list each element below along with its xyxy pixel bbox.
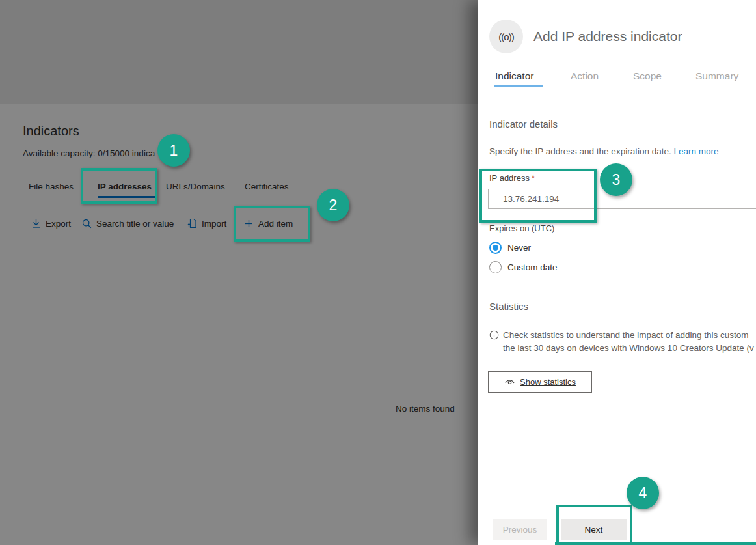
step-action[interactable]: Action xyxy=(571,70,599,82)
next-button[interactable]: Next xyxy=(561,519,627,540)
show-statistics-label: Show statistics xyxy=(520,377,576,387)
previous-button[interactable]: Previous xyxy=(493,519,547,540)
radio-custom-date-label: Custom date xyxy=(507,262,558,272)
description-text: Specify the IP address and the expiratio… xyxy=(489,147,719,156)
radio-custom-date-control[interactable] xyxy=(489,261,502,273)
info-icon xyxy=(489,330,499,355)
step-scope[interactable]: Scope xyxy=(633,70,662,82)
footer-divider xyxy=(478,507,756,507)
expires-on-label: Expires on (UTC) xyxy=(489,223,554,233)
radio-custom-date[interactable]: Custom date xyxy=(489,261,558,273)
statistics-heading: Statistics xyxy=(489,301,528,312)
step-summary[interactable]: Summary xyxy=(695,70,738,82)
ip-address-input[interactable] xyxy=(488,189,756,209)
indicator-details-heading: Indicator details xyxy=(489,119,558,130)
radio-never-label: Never xyxy=(507,243,531,253)
radio-never[interactable]: Never xyxy=(489,242,531,254)
statistics-info-line1: Check statistics to understand the impac… xyxy=(503,329,754,342)
statistics-info: Check statistics to understand the impac… xyxy=(489,329,754,355)
show-statistics-button[interactable]: Show statistics xyxy=(488,371,592,393)
ip-address-label-text: IP address xyxy=(489,173,530,183)
learn-more-link[interactable]: Learn more xyxy=(673,147,718,156)
ip-address-label: IP address* xyxy=(489,173,535,183)
add-ip-indicator-panel: ((o)) Add IP address indicator Indicator… xyxy=(478,0,756,545)
indicator-signal-icon: ((o)) xyxy=(489,20,523,53)
step-indicator[interactable]: Indicator xyxy=(495,70,533,82)
panel-title: Add IP address indicator xyxy=(533,29,682,44)
radio-never-control[interactable] xyxy=(489,242,502,254)
dim-overlay xyxy=(0,0,478,545)
required-asterisk: * xyxy=(530,173,535,183)
screenshot-root: Indicators Available capacity: 0/15000 i… xyxy=(0,0,756,545)
view-icon xyxy=(504,377,515,387)
active-step-underline xyxy=(494,85,543,87)
description-sentence: Specify the IP address and the expiratio… xyxy=(489,147,671,156)
statistics-info-line2: the last 30 days on devices with Windows… xyxy=(503,342,754,355)
statistics-info-text: Check statistics to understand the impac… xyxy=(503,329,754,355)
